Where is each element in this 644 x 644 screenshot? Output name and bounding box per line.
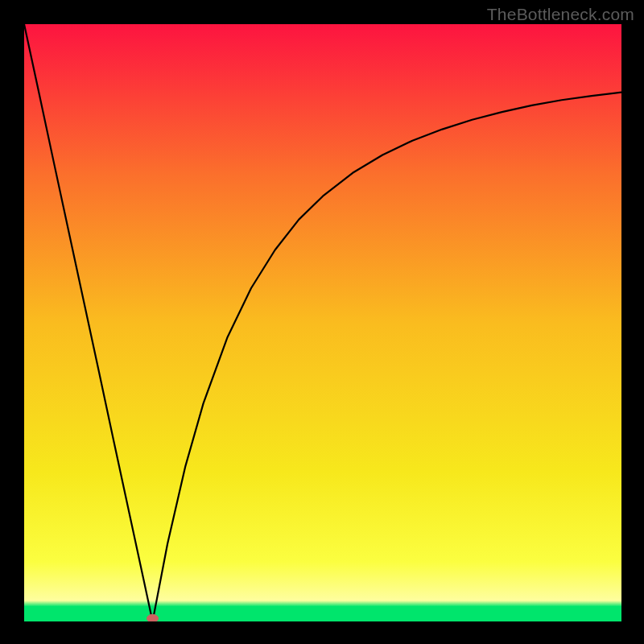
minimum-marker: [147, 614, 159, 621]
chart-frame: TheBottleneck.com: [0, 0, 644, 644]
chart-svg: [24, 24, 621, 621]
gradient-background: [24, 24, 621, 621]
watermark-text: TheBottleneck.com: [487, 5, 634, 24]
plot-area: [24, 24, 621, 621]
